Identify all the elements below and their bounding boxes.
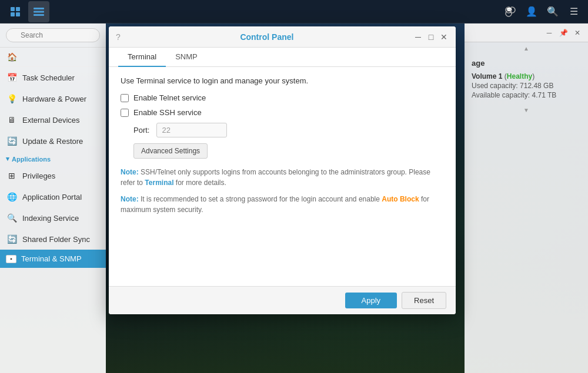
privileges-icon: ⊞ bbox=[6, 170, 18, 182]
svg-rect-0 bbox=[11, 7, 15, 11]
volume-name-row: Volume 1 (Healthy) bbox=[472, 72, 581, 80]
port-label: Port: bbox=[133, 126, 149, 135]
sidebar-item-label: Terminal & SNMP bbox=[21, 254, 82, 263]
reset-button[interactable]: Reset bbox=[402, 292, 446, 309]
sidebar-item-label: Hardware & Power bbox=[22, 95, 86, 103]
tab-snmp[interactable]: SNMP bbox=[166, 48, 207, 67]
sidebar-item-privileges[interactable]: ⊞ Privileges bbox=[0, 165, 106, 186]
sidebar-item-label: Privileges bbox=[22, 172, 55, 180]
enable-ssh-label: Enable SSH service bbox=[133, 108, 202, 117]
sidebar-home[interactable]: 🏠 bbox=[0, 48, 106, 67]
modal-title: Control Panel bbox=[121, 32, 413, 42]
sidebar-item-label: External Devices bbox=[22, 116, 80, 125]
modal-close-button[interactable]: ✕ bbox=[439, 32, 449, 42]
notification-button[interactable]: 💬 bbox=[501, 2, 520, 21]
note2-text: It is recommended to set a strong passwo… bbox=[139, 195, 382, 203]
svg-rect-2 bbox=[11, 12, 15, 16]
note1-label: Note: bbox=[121, 168, 139, 176]
update-restore-icon: 🔄 bbox=[6, 135, 18, 147]
apply-button[interactable]: Apply bbox=[345, 293, 397, 308]
right-panel-title: age bbox=[465, 54, 588, 70]
advanced-settings-button[interactable]: Advanced Settings bbox=[133, 143, 208, 159]
enable-telnet-checkbox[interactable] bbox=[121, 94, 129, 102]
right-panel-minimize-button[interactable]: ─ bbox=[543, 27, 555, 39]
modal-help-icon[interactable]: ? bbox=[116, 32, 121, 42]
tab-terminal[interactable]: Terminal bbox=[118, 48, 166, 67]
applications-section-label: ▾ Applications bbox=[0, 152, 106, 165]
enable-telnet-row: Enable Telnet service bbox=[121, 93, 444, 102]
sidebar-item-external-devices[interactable]: 🖥 External Devices bbox=[0, 109, 106, 130]
port-input[interactable] bbox=[156, 123, 227, 137]
svg-rect-1 bbox=[16, 7, 20, 11]
taskbar-right: 💬 👤 🔍 ☰ bbox=[501, 2, 588, 21]
modal-titlebar: ? Control Panel ─ □ ✕ bbox=[109, 26, 456, 48]
scroll-up-button[interactable]: ▲ bbox=[465, 42, 588, 54]
sidebar-item-label: Indexing Service bbox=[22, 214, 79, 223]
modal-body: Use Terminal service to login and manage… bbox=[109, 67, 456, 286]
search-wrap: 🔍 bbox=[6, 28, 100, 42]
taskbar-left bbox=[0, 1, 49, 22]
external-devices-icon: 🖥 bbox=[6, 114, 18, 126]
port-row: Port: bbox=[133, 123, 444, 137]
sidebar-item-label: Update & Restore bbox=[22, 137, 83, 146]
terminal-link[interactable]: Terminal bbox=[145, 179, 173, 187]
sidebar-item-application-portal[interactable]: 🌐 Application Portal bbox=[0, 186, 106, 207]
svg-rect-5 bbox=[34, 11, 44, 12]
available-capacity: Available capacity: 4.71 TB bbox=[472, 91, 581, 99]
modal-description: Use Terminal service to login and manage… bbox=[121, 76, 444, 85]
indexing-service-icon: 🔍 bbox=[6, 212, 18, 224]
svg-rect-3 bbox=[16, 12, 20, 16]
svg-rect-6 bbox=[34, 14, 44, 16]
search-input[interactable] bbox=[6, 28, 100, 42]
volume-status: Healthy bbox=[507, 72, 532, 80]
auto-block-link[interactable]: Auto Block bbox=[382, 195, 419, 203]
volume-name: Volume 1 bbox=[472, 72, 502, 80]
note1-text2: for more details. bbox=[173, 179, 226, 187]
sidebar-item-update-restore[interactable]: 🔄 Update & Restore bbox=[0, 130, 106, 152]
modal-maximize-button[interactable]: □ bbox=[426, 32, 436, 42]
user-button[interactable]: 👤 bbox=[522, 2, 541, 21]
hardware-power-icon: 💡 bbox=[6, 93, 18, 105]
home-icon: 🏠 bbox=[6, 51, 18, 63]
search-button[interactable]: 🔍 bbox=[543, 2, 562, 21]
right-panel-close-button[interactable]: ✕ bbox=[572, 27, 583, 39]
sidebar-item-label: Task Scheduler bbox=[22, 73, 75, 82]
used-capacity: Used capacity: 712.48 GB bbox=[472, 82, 581, 90]
note2: Note: It is recommended to set a strong … bbox=[121, 194, 444, 215]
right-panel-pin-button[interactable]: 📌 bbox=[557, 27, 569, 39]
right-panel: ─ 📌 ✕ ▲ age Volume 1 (Healthy) Used capa… bbox=[465, 23, 588, 373]
task-scheduler-icon: 📅 bbox=[6, 72, 18, 83]
sidebar-item-hardware-power[interactable]: 💡 Hardware & Power bbox=[0, 88, 106, 109]
sidebar-item-terminal-snmp[interactable]: ▪ Terminal & SNMP bbox=[0, 250, 106, 268]
modal-controls: ─ □ ✕ bbox=[413, 32, 449, 42]
shared-folder-sync-icon: 🔄 bbox=[6, 233, 18, 245]
sidebar-item-indexing-service[interactable]: 🔍 Indexing Service bbox=[0, 207, 106, 228]
modal-tabs: Terminal SNMP bbox=[109, 48, 456, 67]
enable-ssh-row: Enable SSH service bbox=[121, 108, 444, 117]
app-grid-button[interactable] bbox=[5, 1, 26, 22]
enable-telnet-label: Enable Telnet service bbox=[133, 93, 206, 102]
menu-button[interactable]: ☰ bbox=[564, 2, 583, 21]
right-panel-header: ─ 📌 ✕ bbox=[465, 23, 588, 42]
sidebar-item-shared-folder-sync[interactable]: 🔄 Shared Folder Sync bbox=[0, 228, 106, 250]
note1: Note: SSH/Telnet only supports logins fr… bbox=[121, 167, 444, 188]
control-panel-modal: ? Control Panel ─ □ ✕ Terminal SNMP Use … bbox=[109, 26, 456, 314]
svg-rect-4 bbox=[34, 8, 44, 9]
svg-text:💬: 💬 bbox=[506, 6, 512, 12]
active-app-button[interactable] bbox=[28, 1, 49, 22]
application-portal-icon: 🌐 bbox=[6, 191, 18, 203]
modal-minimize-button[interactable]: ─ bbox=[413, 32, 423, 42]
scroll-down-button[interactable]: ▼ bbox=[465, 104, 588, 116]
sidebar-header: 🔍 bbox=[0, 23, 106, 48]
sidebar: 🔍 🏠 📅 Task Scheduler 💡 Hardware & Power … bbox=[0, 23, 106, 373]
right-panel-content: Volume 1 (Healthy) Used capacity: 712.48… bbox=[465, 70, 588, 104]
modal-footer: Apply Reset bbox=[109, 286, 456, 314]
note2-label: Note: bbox=[121, 195, 139, 203]
sidebar-item-label: Application Portal bbox=[22, 193, 82, 201]
enable-ssh-checkbox[interactable] bbox=[121, 109, 129, 117]
sidebar-item-task-scheduler[interactable]: 📅 Task Scheduler bbox=[0, 67, 106, 88]
taskbar: 💬 👤 🔍 ☰ bbox=[0, 0, 588, 23]
terminal-snmp-icon: ▪ bbox=[6, 255, 16, 263]
sidebar-item-label: Shared Folder Sync bbox=[22, 235, 90, 244]
adv-settings-wrapper: Advanced Settings bbox=[121, 143, 444, 167]
